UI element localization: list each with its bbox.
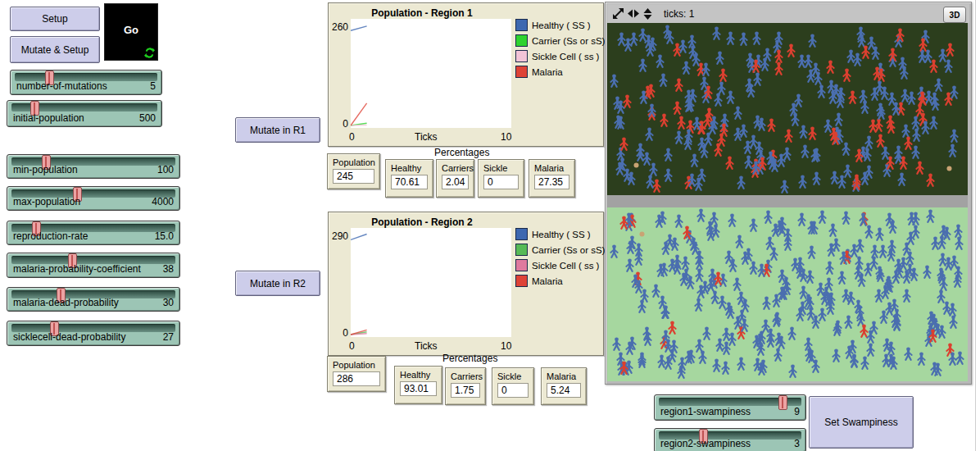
monitor-label: Sickle [483,163,519,173]
vertical-arrows-icon[interactable] [643,8,652,20]
person-agent [722,341,731,358]
slider-malaria-dead-probability[interactable]: malaria-dead-probability 30 [7,287,180,312]
slider-number-of-mutations[interactable]: number-of-mutations 5 [10,70,162,95]
person-agent [798,175,807,192]
slider-region1-swampiness[interactable]: region1-swampiness 9 [654,394,806,421]
person-agent [788,364,797,381]
series-line [351,235,367,240]
person-agent [848,90,857,107]
world-title-bar: ticks: 1 3D [607,4,969,23]
series-line [351,103,367,125]
person-agent [929,313,938,330]
person-agent [866,330,875,347]
person-agent [712,358,721,376]
slider-label: malaria-probability-coefficient [13,263,141,275]
monitor-value: 27.35 [534,175,569,189]
mutate-r2-button[interactable]: Mutate in R2 [235,271,320,296]
person-agent [704,85,713,102]
set-swampiness-button[interactable]: Set Swampiness [809,396,914,449]
slider-label: min-population [13,164,78,175]
setup-button[interactable]: Setup [10,7,100,31]
legend-swatch-healthy [515,19,528,31]
person-agent [867,36,876,53]
ticks-counter: ticks: 1 [664,8,694,20]
setup-button-label: Setup [42,13,67,25]
person-agent [842,68,851,85]
legend-item-carrier: Carrier (Ss or sS) [515,34,605,47]
person-agent [864,165,873,182]
person-agent [897,172,906,189]
person-agent [719,68,728,85]
person-agent [948,144,957,161]
person-agent [737,291,746,308]
person-agent [619,361,628,378]
person-agent [818,308,827,325]
person-agent [737,175,746,193]
person-agent [787,43,796,61]
slider-reproduction-rate[interactable]: reproduction-rate 15.0 [7,221,180,245]
person-agent [728,213,737,230]
person-agent [626,240,635,257]
person-agent [743,140,752,157]
go-button[interactable]: Go [104,3,158,61]
person-agent [882,353,891,371]
person-agent [887,120,896,137]
person-agent [854,266,863,283]
person-agent [668,321,677,338]
mutate-setup-button-label: Mutate & Setup [21,44,89,56]
plot-title: Population - Region 1 [329,7,515,19]
slider-max-population[interactable]: max-population 4000 [7,186,180,211]
view-3d-button[interactable]: 3D [943,7,966,23]
mutate-r1-button[interactable]: Mutate in R1 [235,117,320,143]
person-agent [931,236,940,253]
person-agent [850,353,859,371]
netlogo-interface: { "header": { "ticks": "ticks: 1", "view… [0,0,980,451]
person-agent [688,89,697,106]
person-agent [833,320,842,337]
monitor-label: Malaria [534,163,569,173]
mutate-setup-button[interactable]: Mutate & Setup [10,36,100,63]
horizontal-arrows-icon[interactable] [628,9,639,18]
person-agent [801,144,810,162]
legend-item-carrier: Carrier (Ss or sS) [515,244,605,256]
legend-label: Carrier (Ss or sS) [532,245,605,255]
person-agent [638,58,647,75]
person-agent [700,144,709,162]
person-agent [864,225,873,242]
person-agent [859,89,868,107]
person-agent [737,357,746,374]
slider-initial-population[interactable]: initial-population 500 [7,100,162,127]
legend-label: Healthy ( SS ) [532,230,591,239]
person-agent [696,208,706,226]
person-agent [832,348,841,366]
slider-track[interactable] [659,398,801,406]
person-agent [825,261,834,278]
plot-area [351,228,511,337]
legend-item-malaria: Malaria [515,275,605,287]
person-agent [706,278,715,295]
monitor-label: Population [333,157,374,167]
person-agent [774,49,783,66]
person-agent [631,274,640,291]
person-agent [696,285,706,302]
monitor-value: 2.04 [442,175,469,189]
mutate-r1-button-label: Mutate in R1 [250,125,306,136]
monitor-label: Population [333,360,380,370]
person-agent [726,31,735,48]
person-agent [643,332,652,349]
resize-diagonal-icon[interactable] [613,8,624,19]
slider-region2-swampiness[interactable]: region2-swampiness 3 [654,428,806,451]
slider-min-population[interactable]: min-population 100 [7,154,180,179]
person-agent [827,80,836,97]
slider-value: 9 [794,406,800,417]
person-agent [625,341,634,358]
person-agent [674,214,683,231]
series-line [351,125,367,126]
slider-sicklecell-dead-probability[interactable]: sicklecell-dead-probability 27 [7,321,180,346]
slider-value: 30 [163,297,174,308]
slider-malaria-probability-coefficient[interactable]: malaria-probability-coefficient 38 [7,253,180,278]
legend-item-healthy: Healthy ( SS ) [515,19,605,31]
slider-track[interactable] [11,103,157,112]
person-agent [695,250,704,267]
person-agent [752,31,761,48]
